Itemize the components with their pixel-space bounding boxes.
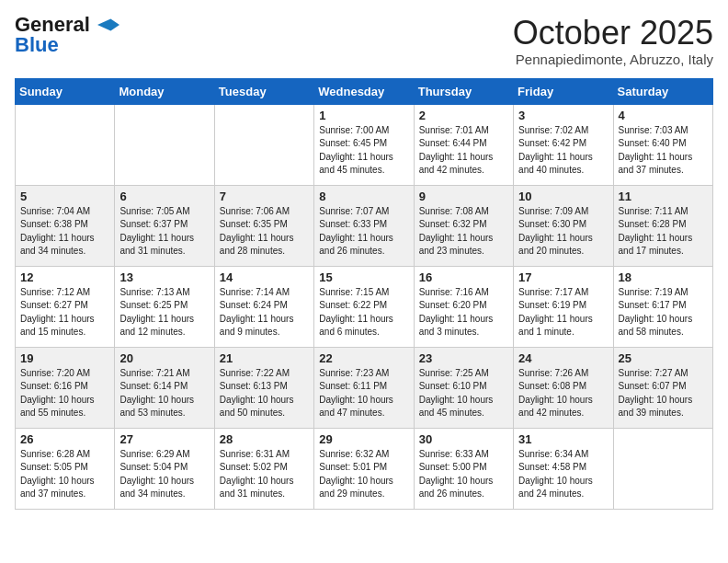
col-sunday: Sunday (16, 78, 115, 104)
cell-info: Sunrise: 7:19 AMSunset: 6:17 PMDaylight:… (619, 286, 708, 339)
logo-blue: Blue (15, 35, 59, 55)
day-number: 19 (20, 351, 109, 365)
calendar-week-row: 12Sunrise: 7:12 AMSunset: 6:27 PMDayligh… (16, 266, 713, 347)
day-number: 4 (619, 109, 708, 122)
calendar-cell: 31Sunrise: 6:34 AMSunset: 4:58 PMDayligh… (514, 428, 613, 509)
day-number: 1 (319, 109, 408, 122)
calendar-week-row: 5Sunrise: 7:04 AMSunset: 6:38 PMDaylight… (16, 185, 713, 266)
calendar-table: Sunday Monday Tuesday Wednesday Thursday… (15, 78, 713, 510)
col-friday: Friday (514, 78, 613, 104)
calendar-cell: 9Sunrise: 7:08 AMSunset: 6:32 PMDaylight… (414, 185, 513, 266)
day-number: 20 (119, 351, 209, 365)
calendar-cell (115, 104, 214, 185)
day-number: 30 (419, 432, 508, 446)
calendar-cell: 28Sunrise: 6:31 AMSunset: 5:02 PMDayligh… (214, 428, 313, 509)
calendar-cell: 10Sunrise: 7:09 AMSunset: 6:30 PMDayligh… (514, 185, 613, 266)
month-title: October 2025 (513, 15, 713, 52)
cell-info: Sunrise: 7:00 AMSunset: 6:45 PMDaylight:… (319, 124, 408, 178)
calendar-cell: 16Sunrise: 7:16 AMSunset: 6:20 PMDayligh… (414, 266, 513, 347)
calendar-cell: 20Sunrise: 7:21 AMSunset: 6:14 PMDayligh… (115, 347, 214, 428)
cell-info: Sunrise: 6:34 AMSunset: 4:58 PMDaylight:… (518, 448, 608, 501)
calendar-week-row: 26Sunrise: 6:28 AMSunset: 5:05 PMDayligh… (16, 428, 713, 509)
cell-info: Sunrise: 7:16 AMSunset: 6:20 PMDaylight:… (419, 286, 508, 339)
cell-info: Sunrise: 6:33 AMSunset: 5:00 PMDaylight:… (419, 448, 508, 501)
day-number: 9 (419, 190, 508, 203)
cell-info: Sunrise: 7:12 AMSunset: 6:27 PMDaylight:… (20, 286, 109, 339)
calendar-week-row: 1Sunrise: 7:00 AMSunset: 6:45 PMDaylight… (16, 104, 713, 185)
cell-info: Sunrise: 7:03 AMSunset: 6:40 PMDaylight:… (619, 124, 708, 178)
cell-info: Sunrise: 7:04 AMSunset: 6:38 PMDaylight:… (20, 205, 109, 259)
location-subtitle: Pennapiedimonte, Abruzzo, Italy (513, 52, 713, 67)
svg-marker-0 (97, 19, 119, 31)
day-number: 15 (319, 270, 408, 284)
calendar-cell: 7Sunrise: 7:06 AMSunset: 6:35 PMDaylight… (214, 185, 313, 266)
cell-info: Sunrise: 7:11 AMSunset: 6:28 PMDaylight:… (619, 205, 708, 259)
day-number: 21 (220, 351, 309, 365)
logo-arrow-icon (97, 18, 119, 31)
col-thursday: Thursday (414, 78, 513, 104)
day-number: 12 (20, 270, 109, 284)
cell-info: Sunrise: 7:01 AMSunset: 6:44 PMDaylight:… (419, 124, 508, 178)
cell-info: Sunrise: 7:05 AMSunset: 6:37 PMDaylight:… (119, 205, 209, 259)
calendar-cell: 25Sunrise: 7:27 AMSunset: 6:07 PMDayligh… (613, 347, 712, 428)
cell-info: Sunrise: 7:21 AMSunset: 6:14 PMDaylight:… (119, 367, 209, 420)
cell-info: Sunrise: 7:27 AMSunset: 6:07 PMDaylight:… (619, 367, 708, 420)
calendar-cell: 13Sunrise: 7:13 AMSunset: 6:25 PMDayligh… (115, 266, 214, 347)
day-number: 8 (319, 190, 408, 203)
calendar-cell (613, 428, 712, 509)
cell-info: Sunrise: 7:09 AMSunset: 6:30 PMDaylight:… (518, 205, 608, 259)
cell-info: Sunrise: 6:32 AMSunset: 5:01 PMDaylight:… (319, 448, 408, 501)
calendar-cell: 26Sunrise: 6:28 AMSunset: 5:05 PMDayligh… (16, 428, 115, 509)
cell-info: Sunrise: 7:26 AMSunset: 6:08 PMDaylight:… (518, 367, 608, 420)
calendar-cell: 1Sunrise: 7:00 AMSunset: 6:45 PMDaylight… (314, 104, 414, 185)
calendar-cell: 2Sunrise: 7:01 AMSunset: 6:44 PMDaylight… (414, 104, 513, 185)
day-number: 27 (119, 432, 209, 446)
day-number: 23 (419, 351, 508, 365)
calendar-cell: 23Sunrise: 7:25 AMSunset: 6:10 PMDayligh… (414, 347, 513, 428)
cell-info: Sunrise: 7:20 AMSunset: 6:16 PMDaylight:… (20, 367, 109, 420)
title-block: October 2025 Pennapiedimonte, Abruzzo, I… (513, 15, 713, 67)
cell-info: Sunrise: 7:02 AMSunset: 6:42 PMDaylight:… (518, 124, 608, 178)
day-number: 28 (220, 432, 309, 446)
day-number: 2 (419, 109, 508, 122)
cell-info: Sunrise: 7:13 AMSunset: 6:25 PMDaylight:… (119, 286, 209, 339)
day-number: 5 (20, 190, 109, 203)
calendar-cell: 19Sunrise: 7:20 AMSunset: 6:16 PMDayligh… (16, 347, 115, 428)
col-tuesday: Tuesday (214, 78, 313, 104)
cell-info: Sunrise: 7:14 AMSunset: 6:24 PMDaylight:… (220, 286, 309, 339)
cell-info: Sunrise: 6:29 AMSunset: 5:04 PMDaylight:… (119, 448, 209, 501)
cell-info: Sunrise: 7:17 AMSunset: 6:19 PMDaylight:… (518, 286, 608, 339)
calendar-cell: 5Sunrise: 7:04 AMSunset: 6:38 PMDaylight… (16, 185, 115, 266)
calendar-cell (214, 104, 313, 185)
calendar-cell: 29Sunrise: 6:32 AMSunset: 5:01 PMDayligh… (314, 428, 414, 509)
calendar-cell: 21Sunrise: 7:22 AMSunset: 6:13 PMDayligh… (214, 347, 313, 428)
cell-info: Sunrise: 7:06 AMSunset: 6:35 PMDaylight:… (220, 205, 309, 259)
day-number: 14 (220, 270, 309, 284)
calendar-cell: 22Sunrise: 7:23 AMSunset: 6:11 PMDayligh… (314, 347, 414, 428)
calendar-cell: 18Sunrise: 7:19 AMSunset: 6:17 PMDayligh… (613, 266, 712, 347)
cell-info: Sunrise: 7:23 AMSunset: 6:11 PMDaylight:… (319, 367, 408, 420)
calendar-cell: 27Sunrise: 6:29 AMSunset: 5:04 PMDayligh… (115, 428, 214, 509)
cell-info: Sunrise: 7:25 AMSunset: 6:10 PMDaylight:… (419, 367, 508, 420)
day-number: 25 (619, 351, 708, 365)
calendar-cell: 30Sunrise: 6:33 AMSunset: 5:00 PMDayligh… (414, 428, 513, 509)
cell-info: Sunrise: 7:07 AMSunset: 6:33 PMDaylight:… (319, 205, 408, 259)
day-number: 22 (319, 351, 408, 365)
cell-info: Sunrise: 7:15 AMSunset: 6:22 PMDaylight:… (319, 286, 408, 339)
day-number: 6 (119, 190, 209, 203)
calendar-cell: 17Sunrise: 7:17 AMSunset: 6:19 PMDayligh… (514, 266, 613, 347)
day-number: 13 (119, 270, 209, 284)
calendar-cell (16, 104, 115, 185)
calendar-cell: 12Sunrise: 7:12 AMSunset: 6:27 PMDayligh… (16, 266, 115, 347)
cell-info: Sunrise: 7:08 AMSunset: 6:32 PMDaylight:… (419, 205, 508, 259)
day-number: 7 (220, 190, 309, 203)
calendar-cell: 3Sunrise: 7:02 AMSunset: 6:42 PMDaylight… (514, 104, 613, 185)
calendar-cell: 6Sunrise: 7:05 AMSunset: 6:37 PMDaylight… (115, 185, 214, 266)
cell-info: Sunrise: 7:22 AMSunset: 6:13 PMDaylight:… (220, 367, 309, 420)
cell-info: Sunrise: 6:28 AMSunset: 5:05 PMDaylight:… (20, 448, 109, 501)
calendar-cell: 11Sunrise: 7:11 AMSunset: 6:28 PMDayligh… (613, 185, 712, 266)
col-wednesday: Wednesday (314, 78, 414, 104)
day-number: 31 (518, 432, 608, 446)
calendar-cell: 24Sunrise: 7:26 AMSunset: 6:08 PMDayligh… (514, 347, 613, 428)
calendar-week-row: 19Sunrise: 7:20 AMSunset: 6:16 PMDayligh… (16, 347, 713, 428)
